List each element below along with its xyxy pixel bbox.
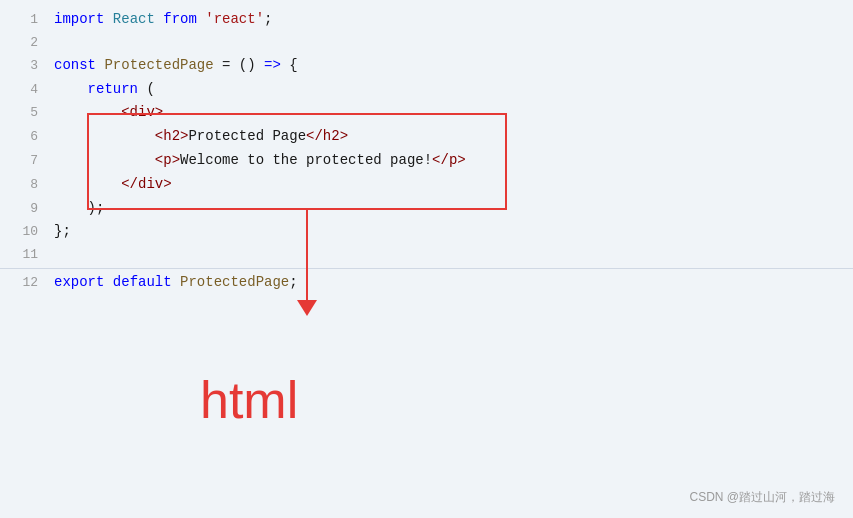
token-fn-name: ProtectedPage [180,274,289,290]
token-from-kw: from [163,11,197,27]
token-tag: <h2> [155,128,189,144]
code-line: 7 <p>Welcome to the protected page!</p> [0,149,853,173]
token-plain [54,81,88,97]
annotation-arrow [297,210,317,316]
code-line: 6 <h2>Protected Page</h2> [0,125,853,149]
code-line: 2 [0,32,853,54]
line-number: 7 [10,150,38,172]
code-line: 9 ); [0,197,853,221]
token-plain: ); [54,200,104,216]
line-number: 1 [10,9,38,31]
html-label: html [200,370,298,430]
line-number: 2 [10,32,38,54]
line-content: }; [54,220,843,244]
token-kw: return [88,81,138,97]
code-line: 1import React from 'react'; [0,8,853,32]
token-plain [172,274,180,290]
token-plain [54,176,121,192]
token-plain [54,128,155,144]
line-content: <div> [54,101,843,125]
line-content: </div> [54,173,843,197]
token-plain: ( [138,81,155,97]
line-number: 11 [10,244,38,266]
token-plain: ; [264,11,272,27]
line-content: import React from 'react'; [54,8,843,32]
code-line: 10}; [0,220,853,244]
token-plain [54,104,121,120]
line-content: export default ProtectedPage; [54,271,843,295]
line-number: 8 [10,174,38,196]
code-line: 3const ProtectedPage = () => { [0,54,853,78]
token-react-name: React [113,11,155,27]
token-plain [104,274,112,290]
line-content: ); [54,197,843,221]
token-tag: </div> [121,176,171,192]
token-kw: default [113,274,172,290]
line-content: <p>Welcome to the protected page!</p> [54,149,843,173]
line-number: 12 [10,272,38,294]
token-kw: export [54,274,104,290]
arrow-line [306,210,308,300]
watermark: CSDN @踏过山河，踏过海 [689,489,835,506]
token-plain: }; [54,223,71,239]
token-plain: = () [214,57,264,73]
token-kw: => [264,57,281,73]
token-plain [197,11,205,27]
token-plain [155,11,163,27]
line-number: 4 [10,79,38,101]
token-tag: </h2> [306,128,348,144]
code-line: 12export default ProtectedPage; [0,271,853,295]
code-line: 11 [0,244,853,266]
token-plain: Protected Page [188,128,306,144]
line-content: return ( [54,78,843,102]
token-kw: import [54,11,104,27]
token-plain: { [281,57,298,73]
token-plain [104,11,112,27]
token-plain [54,152,155,168]
token-tag: <div> [121,104,163,120]
line-number: 10 [10,221,38,243]
line-number: 5 [10,102,38,124]
arrow-head [297,300,317,316]
token-kw: const [54,57,96,73]
token-tag: <p> [155,152,180,168]
line-number: 6 [10,126,38,148]
line-content: <h2>Protected Page</h2> [54,125,843,149]
line-number: 9 [10,198,38,220]
code-editor: 1import React from 'react';23const Prote… [0,0,853,518]
token-plain: Welcome to the protected page! [180,152,432,168]
code-line: 8 </div> [0,173,853,197]
line-number: 3 [10,55,38,77]
code-line: 4 return ( [0,78,853,102]
line-content: const ProtectedPage = () => { [54,54,843,78]
token-tag: </p> [432,152,466,168]
token-fn-name: ProtectedPage [104,57,213,73]
code-line: 5 <div> [0,101,853,125]
code-block: 1import React from 'react';23const Prote… [0,0,853,303]
token-string: 'react' [205,11,264,27]
